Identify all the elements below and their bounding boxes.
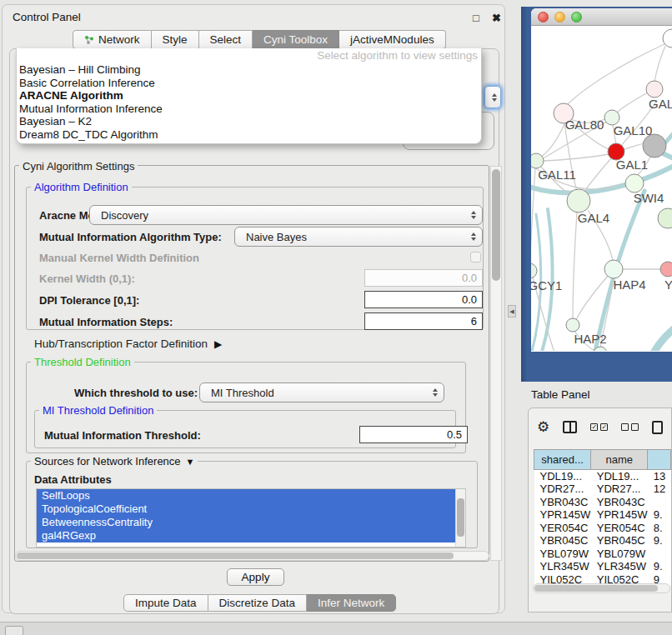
data-attributes-list[interactable]: SelfLoopsTopologicalCoefficientBetweenne… <box>36 488 466 548</box>
mi-steps-field[interactable] <box>364 312 483 330</box>
table-row[interactable]: YDR27...YDR27...12 <box>534 482 671 496</box>
bottom-tabbar: Impute DataDiscretize DataInfer Network <box>123 594 396 612</box>
table-cell: 12 <box>648 482 671 496</box>
node-label-gcy1: GCY1 <box>531 278 562 292</box>
network-node-hap4[interactable] <box>604 260 623 278</box>
deselect-all-icon[interactable] <box>621 423 639 431</box>
table-hscrollbar-thumb[interactable] <box>534 585 658 592</box>
tab-label: Select <box>210 31 242 48</box>
table-row[interactable]: YLR345WYLR345W9. <box>534 560 671 573</box>
gear-icon[interactable]: ⚙ <box>537 418 549 436</box>
hub-definition-toggle[interactable]: Hub/Transcription Factor Definition ▶ <box>34 338 222 350</box>
network-node-gal4[interactable] <box>567 189 590 212</box>
network-icon <box>84 35 94 45</box>
stepper-arrows-icon <box>465 232 482 241</box>
table-row[interactable]: YER054CYER054C8. <box>534 522 671 535</box>
table-cell: YER054C <box>534 522 591 535</box>
screen: Control Panel □ ✖ NetworkStyleSelectCyni… <box>0 0 672 635</box>
node-label-y: Y <box>664 278 672 292</box>
dropdown-placeholder: Select algorithm to view settings <box>17 48 481 63</box>
table-row[interactable]: YBR045CYBR045C9. <box>534 534 671 548</box>
tab-infer-network[interactable]: Infer Network <box>307 594 396 612</box>
page-icon[interactable] <box>652 421 663 434</box>
table-row[interactable]: YPR145WYPR145W9. <box>534 508 671 522</box>
table-row[interactable]: YDL19...YDL19...13 <box>534 470 671 483</box>
table-row[interactable]: YBR043CYBR043C <box>534 496 671 509</box>
network-window-titlebar[interactable] <box>531 8 672 26</box>
bottom-strip-button[interactable] <box>5 626 23 635</box>
table-cell: YLR345W <box>591 560 648 573</box>
algorithm-option-bayesian-k2[interactable]: Bayesian – K2 <box>17 115 481 128</box>
column-header-name[interactable]: name <box>591 450 648 470</box>
algorithm-option-dream8-dc-tdc-algorithm[interactable]: Dream8 DC_TDC Algorithm <box>17 128 481 142</box>
select-all-icon[interactable]: ✓✓ <box>590 423 608 431</box>
kernel-width-field <box>364 269 483 287</box>
columns-icon[interactable] <box>563 421 577 433</box>
algorithm-option-aracne-algorithm[interactable]: ARACNE Algorithm <box>17 89 481 102</box>
network-node[interactable] <box>658 208 672 228</box>
network-view-window: GALGAL80GAL10GAL1GAL11SWI4GAL4GCY1HAP4YH… <box>531 8 672 352</box>
splitter-collapse-button[interactable]: ◀ <box>508 305 516 318</box>
mi-algorithm-type-select[interactable]: Naive Bayes <box>234 227 483 247</box>
node-label-gal4: GAL4 <box>578 211 609 225</box>
close-traffic-light[interactable] <box>538 12 549 22</box>
stepper-arrows-icon <box>465 211 482 219</box>
tab-discretize-data[interactable]: Discretize Data <box>208 594 308 612</box>
column-header-3[interactable] <box>648 450 671 470</box>
tab-label: Network <box>98 31 140 48</box>
table-cell: YBR045C <box>591 534 648 548</box>
table-cell: YLR345W <box>534 560 591 573</box>
tab-select[interactable]: Select <box>199 30 253 49</box>
mi-threshold-field[interactable] <box>359 426 468 443</box>
settings-vscrollbar-thumb[interactable] <box>492 169 500 281</box>
attribute-item-gal4rgexp[interactable]: gal4RGexp <box>37 529 455 542</box>
which-threshold-select[interactable]: MI Threshold <box>199 382 444 402</box>
network-canvas[interactable]: GALGAL80GAL10GAL1GAL11SWI4GAL4GCY1HAP4YH… <box>531 26 672 351</box>
attribute-item-betweennesscentrality[interactable]: BetweennessCentrality <box>37 516 455 529</box>
network-graph: GALGAL80GAL10GAL1GAL11SWI4GAL4GCY1HAP4YH… <box>531 26 672 351</box>
algorithm-option-mutual-information-inference[interactable]: Mutual Information Inference <box>17 102 481 116</box>
float-window-icon[interactable]: □ <box>473 12 479 24</box>
algorithm-dropdown: Select algorithm to view settings Bayesi… <box>16 48 482 144</box>
algorithm-option-list: Bayesian – Hill ClimbingBasic Correlatio… <box>17 63 481 141</box>
mi-algorithm-type-label: Mutual Information Algorithm Type: <box>39 231 222 243</box>
dpi-tolerance-field[interactable] <box>364 291 483 308</box>
table-cell: 9. <box>648 534 671 548</box>
zoom-traffic-light[interactable] <box>571 12 582 22</box>
table-cell: YBL079W <box>591 548 648 561</box>
manual-kernel-width-checkbox <box>470 252 481 262</box>
close-icon[interactable]: ✖ <box>492 12 501 24</box>
stepper-arrows-icon <box>427 388 444 397</box>
tab-impute-data[interactable]: Impute Data <box>123 594 208 612</box>
settings-group-title: Cyni Algorithm Settings <box>19 160 138 172</box>
settings-hscrollbar-thumb[interactable] <box>17 552 454 559</box>
node-label-gal80: GAL80 <box>565 118 604 132</box>
table-row[interactable]: YBL079WYBL079W <box>534 548 671 561</box>
minimize-traffic-light[interactable] <box>554 12 565 22</box>
network-node-gal11[interactable] <box>531 153 544 168</box>
apply-button[interactable]: Apply <box>227 568 284 586</box>
network-node-gal[interactable] <box>646 81 663 98</box>
attribute-item-topologicalcoefficient[interactable]: TopologicalCoefficient <box>37 502 455 516</box>
tab-network[interactable]: Network <box>73 30 152 49</box>
table-cell: 8. <box>648 522 671 535</box>
network-node[interactable] <box>643 134 666 158</box>
collapse-down-icon: ▼ <box>186 457 195 467</box>
network-node-hap2[interactable] <box>566 318 579 332</box>
tab-jactivemnodules[interactable]: jActiveMNodules <box>339 30 446 49</box>
node-label-swi4: SWI4 <box>634 191 664 205</box>
aracne-mode-select[interactable]: Discovery <box>89 205 483 225</box>
tab-cyni-toolbox[interactable]: Cyni Toolbox <box>253 30 339 49</box>
attribute-item-selfloops[interactable]: SelfLoops <box>37 489 455 502</box>
network-node-swi4[interactable] <box>625 174 644 192</box>
network-node-y[interactable] <box>660 262 672 277</box>
sources-group-title[interactable]: Sources for Network Inference ▼ <box>31 455 198 468</box>
table-cell: YPR145W <box>534 508 591 522</box>
algorithm-option-basic-correlation-inference[interactable]: Basic Correlation Inference <box>17 77 481 90</box>
network-node-gcy1[interactable] <box>531 263 537 278</box>
tab-style[interactable]: Style <box>152 30 199 49</box>
node-label-gal11: GAL11 <box>538 168 576 182</box>
column-header-shared[interactable]: shared... <box>534 450 591 470</box>
algorithm-option-bayesian-hill-climbing[interactable]: Bayesian – Hill Climbing <box>17 63 481 77</box>
attributes-scrollbar-thumb[interactable] <box>457 498 464 537</box>
